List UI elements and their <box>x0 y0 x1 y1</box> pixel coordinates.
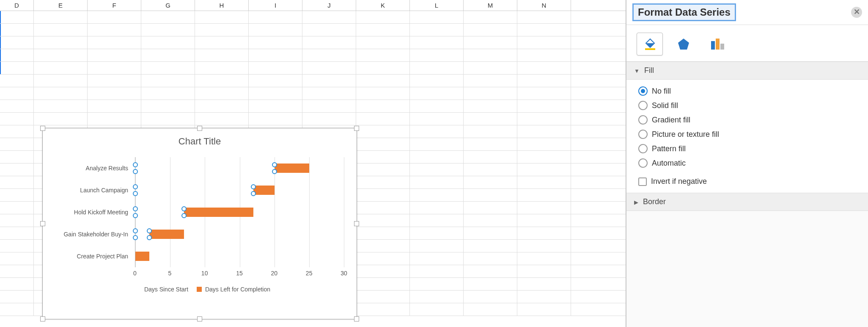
cell[interactable] <box>517 113 571 125</box>
cell[interactable] <box>356 75 410 87</box>
cell[interactable] <box>410 151 464 163</box>
cell[interactable] <box>34 11 88 23</box>
bar-days-left[interactable] <box>275 164 309 173</box>
cell[interactable] <box>356 125 410 138</box>
cell[interactable] <box>410 265 464 277</box>
cell[interactable] <box>464 87 517 100</box>
cell[interactable] <box>0 75 34 87</box>
cell[interactable] <box>517 11 571 23</box>
cell[interactable] <box>0 214 34 227</box>
radio-gradient-fill[interactable]: Gradient fill <box>638 115 856 125</box>
cell[interactable] <box>517 24 571 36</box>
cell[interactable] <box>517 36 571 49</box>
series-selection-point[interactable] <box>133 213 138 218</box>
cell[interactable] <box>195 62 249 74</box>
resize-handle-tl[interactable] <box>40 126 45 131</box>
cell[interactable] <box>410 189 464 201</box>
cell[interactable] <box>0 278 34 290</box>
bar-days-left[interactable] <box>184 208 253 217</box>
section-fill[interactable]: ▼ Fill <box>626 62 868 80</box>
cell[interactable] <box>410 303 464 316</box>
cell[interactable] <box>302 75 356 87</box>
cell[interactable] <box>410 11 464 23</box>
cell[interactable] <box>410 291 464 303</box>
cell[interactable] <box>0 62 34 74</box>
cell[interactable] <box>517 125 571 138</box>
col-header-m[interactable]: M <box>464 0 517 11</box>
series-selection-point[interactable] <box>133 235 138 240</box>
pane-title[interactable]: Format Data Series <box>632 3 736 21</box>
cell[interactable] <box>464 75 517 87</box>
spreadsheet-area[interactable]: D E F G H I J K L M N Chart Title Analyz… <box>0 0 626 327</box>
cell[interactable] <box>517 303 571 316</box>
cell[interactable] <box>88 24 141 36</box>
cell[interactable] <box>464 291 517 303</box>
cell[interactable] <box>88 49 141 61</box>
cell[interactable] <box>517 227 571 239</box>
col-header-j[interactable]: J <box>302 0 356 11</box>
cell[interactable] <box>410 24 464 36</box>
resize-handle-mr[interactable] <box>354 221 359 226</box>
cell[interactable] <box>464 125 517 138</box>
cell[interactable] <box>410 36 464 49</box>
col-header-f[interactable]: F <box>88 0 141 11</box>
series-selection-point[interactable] <box>133 191 138 196</box>
series-selection-point[interactable] <box>147 228 152 233</box>
cell[interactable] <box>195 24 249 36</box>
col-header-e[interactable]: E <box>34 0 88 11</box>
cell[interactable] <box>249 75 302 87</box>
cell[interactable] <box>195 36 249 49</box>
cell[interactable] <box>0 49 34 61</box>
chart-legend[interactable]: Days Since Start Days Left for Completio… <box>43 280 357 293</box>
cell[interactable] <box>141 36 195 49</box>
cell[interactable] <box>88 62 141 74</box>
cell[interactable] <box>356 151 410 163</box>
cell[interactable] <box>464 113 517 125</box>
cell[interactable] <box>464 189 517 201</box>
cell[interactable] <box>356 202 410 214</box>
cell[interactable] <box>141 62 195 74</box>
chart-object[interactable]: Chart Title Analyze Results Launch Campa… <box>42 128 357 319</box>
cell[interactable] <box>356 189 410 201</box>
cell[interactable] <box>249 100 302 112</box>
resize-handle-tr[interactable] <box>354 126 359 131</box>
cell[interactable] <box>356 36 410 49</box>
cell[interactable] <box>410 75 464 87</box>
cell[interactable] <box>249 113 302 125</box>
cell[interactable] <box>141 100 195 112</box>
chart-title[interactable]: Chart Title <box>43 128 357 150</box>
cell[interactable] <box>356 240 410 252</box>
cell[interactable] <box>34 62 88 74</box>
cell[interactable] <box>249 24 302 36</box>
cell[interactable] <box>356 252 410 265</box>
cell[interactable] <box>356 87 410 100</box>
tab-effects[interactable] <box>670 33 697 55</box>
cell[interactable] <box>195 100 249 112</box>
cell[interactable] <box>195 75 249 87</box>
cell[interactable] <box>410 62 464 74</box>
cell[interactable] <box>0 138 34 150</box>
cell[interactable] <box>0 87 34 100</box>
col-header-k[interactable]: K <box>356 0 410 11</box>
cell[interactable] <box>356 24 410 36</box>
cell[interactable] <box>34 75 88 87</box>
cell[interactable] <box>517 75 571 87</box>
cell[interactable] <box>517 62 571 74</box>
cell[interactable] <box>356 138 410 150</box>
cell[interactable] <box>249 87 302 100</box>
cell[interactable] <box>464 265 517 277</box>
series-selection-point[interactable] <box>251 191 256 196</box>
cell[interactable] <box>410 125 464 138</box>
cell[interactable] <box>464 227 517 239</box>
cell[interactable] <box>464 252 517 265</box>
radio-picture-fill[interactable]: Picture or texture fill <box>638 130 856 139</box>
cell[interactable] <box>0 227 34 239</box>
plot-area[interactable]: Analyze Results Launch Campaign Hold Kic… <box>55 157 344 280</box>
cell[interactable] <box>0 36 34 49</box>
resize-handle-br[interactable] <box>354 316 359 321</box>
cell[interactable] <box>517 151 571 163</box>
bar-days-since-start[interactable] <box>135 208 184 217</box>
cell[interactable] <box>141 49 195 61</box>
cell[interactable] <box>34 87 88 100</box>
cell[interactable] <box>302 36 356 49</box>
